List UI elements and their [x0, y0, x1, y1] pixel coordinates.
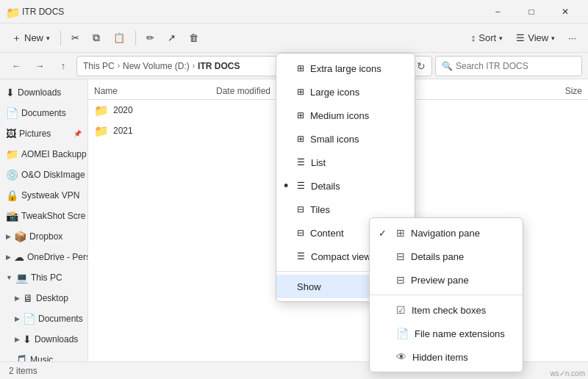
- status-text: 2 items: [9, 366, 37, 376]
- sidebar-item-thispc-label: This PC: [31, 272, 62, 283]
- submenu-item-details-pane-label: Details pane: [411, 251, 464, 262]
- more-icon: ···: [568, 32, 576, 43]
- submenu-item-extensions[interactable]: 📄 File name extensions: [370, 322, 523, 345]
- submenu-item-checkboxes[interactable]: ☑ Item check boxes: [370, 298, 523, 322]
- rename-button[interactable]: ✏: [140, 26, 160, 50]
- view-dropdown-icon: ▾: [551, 35, 555, 42]
- menu-item-details[interactable]: ☰ Details: [276, 174, 415, 198]
- search-icon: 🔍: [442, 61, 453, 71]
- sidebar-item-downloads[interactable]: ⬇ Downloads: [0, 82, 87, 103]
- copy-button[interactable]: ⧉: [87, 26, 106, 50]
- menu-item-list-label: List: [311, 157, 326, 168]
- sidebar-item-aomei[interactable]: 📁 AOMEI Backupp: [0, 144, 87, 165]
- sidebar-item-music[interactable]: 🎵 Music: [0, 350, 87, 361]
- sidebar-item-downloads-child[interactable]: ▶ ⬇ Downloads: [0, 329, 87, 350]
- cut-button[interactable]: ✂: [65, 26, 85, 50]
- title-bar-title: ITR DOCS: [22, 7, 481, 17]
- breadcrumb-itrdocs[interactable]: ITR DOCS: [198, 61, 240, 71]
- sidebar-item-downloads-label: Downloads: [18, 87, 61, 98]
- sort-label: Sort: [478, 32, 496, 43]
- submenu-item-hidden-label: Hidden items: [412, 352, 468, 363]
- menu-item-extra-large-label: Extra large icons: [310, 63, 381, 74]
- submenu-item-checkboxes-label: Item check boxes: [412, 305, 486, 316]
- sidebar-item-docs-child[interactable]: ▶ 📄 Documents: [0, 308, 87, 329]
- sidebar-item-documents-label: Documents: [21, 108, 66, 118]
- delete-button[interactable]: 🗑: [183, 26, 204, 50]
- thispc-icon: 💻: [15, 272, 28, 284]
- menu-item-small-label: Small icons: [310, 134, 359, 145]
- submenu-item-hidden[interactable]: 👁 Hidden items: [370, 345, 523, 369]
- col-name[interactable]: Name: [94, 86, 216, 96]
- sidebar-item-thispc[interactable]: ▼ 💻 This PC: [0, 267, 87, 288]
- menu-item-medium-label: Medium icons: [310, 110, 369, 121]
- checkboxes-icon: ☑: [396, 304, 406, 316]
- menu-item-medium[interactable]: ⊞ Medium icons: [276, 104, 415, 127]
- sidebar-item-tweak-label: TweakShot Scre: [21, 211, 85, 221]
- menu-item-small[interactable]: ⊞ Small icons: [276, 127, 415, 151]
- desktop-icon: 🖥: [23, 292, 33, 304]
- sidebar-item-dropbox-label: Dropbox: [29, 231, 62, 242]
- docs-child-icon: 📄: [23, 313, 35, 325]
- menu-item-tiles-label: Tiles: [310, 204, 330, 215]
- title-bar-controls: − □ ✕: [481, 0, 582, 24]
- medium-icon: ⊞: [297, 110, 304, 120]
- menu-item-large[interactable]: ⊞ Large icons: [276, 80, 415, 104]
- details-icon: ☰: [297, 181, 305, 191]
- tweak-icon: 📸: [6, 210, 18, 222]
- sidebar-item-vpn[interactable]: 🔒 Systweak VPN: [0, 185, 87, 206]
- back-button[interactable]: ←: [6, 56, 26, 76]
- up-button[interactable]: ↑: [53, 56, 74, 76]
- sidebar-item-tweak[interactable]: 📸 TweakShot Scre: [0, 206, 87, 226]
- dl-expand-icon[interactable]: ▶: [15, 336, 20, 343]
- new-button[interactable]: ＋ New ▾: [6, 26, 56, 50]
- submenu-item-nav-pane[interactable]: ⊞ Navigation pane: [370, 221, 523, 245]
- file-name-2021: 2021: [113, 126, 133, 136]
- documents-icon: 📄: [6, 107, 18, 119]
- nav-pane-icon: ⊞: [396, 227, 405, 239]
- music-icon: 🎵: [15, 354, 27, 361]
- breadcrumb-thispc[interactable]: This PC: [83, 61, 115, 71]
- menu-item-content-label: Content: [310, 228, 344, 239]
- onedrive-expand-icon[interactable]: ▶: [6, 253, 11, 261]
- share-button[interactable]: ↗: [162, 26, 182, 50]
- docs-expand-icon[interactable]: ▶: [15, 315, 20, 322]
- sidebar-item-onedrive[interactable]: ▶ ☁ OneDrive - Person: [0, 247, 87, 267]
- folder-icon-2020: 📁: [94, 104, 109, 118]
- refresh-button[interactable]: ↻: [417, 60, 426, 72]
- sidebar-item-pictures[interactable]: 🖼 Pictures 📌: [0, 123, 87, 144]
- submenu-item-details-pane[interactable]: ⊟ Details pane: [370, 245, 523, 268]
- dropbox-icon: 📦: [14, 231, 26, 242]
- toolbar-sep-2: [135, 31, 136, 46]
- sidebar-item-dropbox[interactable]: ▶ 📦 Dropbox: [0, 226, 87, 247]
- col-size[interactable]: Size: [460, 86, 582, 96]
- details-pane-icon: ⊟: [396, 250, 405, 262]
- copy-icon: ⧉: [93, 32, 100, 44]
- thispc-expand-icon[interactable]: ▼: [6, 274, 12, 281]
- sort-button[interactable]: ↕ Sort ▾: [465, 26, 509, 50]
- menu-item-compact-label: Compact view: [311, 251, 371, 262]
- sidebar-item-aomei-label: AOMEI Backupp: [21, 149, 87, 159]
- submenu-item-preview-pane[interactable]: ⊟ Preview pane: [370, 268, 523, 292]
- breadcrumb-volume[interactable]: New Volume (D:): [123, 61, 190, 71]
- sidebar-item-oo[interactable]: 💿 O&O DiskImage: [0, 165, 87, 185]
- menu-item-extra-large[interactable]: ⊞ Extra large icons: [276, 57, 415, 80]
- search-input[interactable]: [456, 61, 576, 71]
- sidebar-item-desktop[interactable]: ▶ 🖥 Desktop: [0, 288, 87, 308]
- submenu-item-preview-pane-label: Preview pane: [411, 275, 469, 286]
- content-icon: ⊟: [297, 228, 304, 238]
- more-button[interactable]: ···: [562, 26, 582, 50]
- paste-button[interactable]: 📋: [107, 26, 131, 50]
- search-box[interactable]: 🔍: [435, 56, 582, 76]
- maximize-button[interactable]: □: [514, 0, 548, 24]
- minimize-button[interactable]: −: [481, 0, 514, 24]
- view-button[interactable]: ☰ View ▾: [510, 26, 561, 50]
- desktop-expand-icon[interactable]: ▶: [15, 295, 20, 302]
- dropbox-expand-icon[interactable]: ▶: [6, 233, 11, 240]
- forward-button[interactable]: →: [29, 56, 50, 76]
- show-submenu: ⊞ Navigation pane ⊟ Details pane ⊟ Previ…: [369, 217, 523, 372]
- sidebar-item-onedrive-label: OneDrive - Person: [27, 252, 87, 262]
- new-label: New: [24, 32, 43, 43]
- menu-item-list[interactable]: ☰ List: [276, 151, 415, 174]
- sidebar-item-documents[interactable]: 📄 Documents: [0, 103, 87, 123]
- close-button[interactable]: ✕: [548, 0, 582, 24]
